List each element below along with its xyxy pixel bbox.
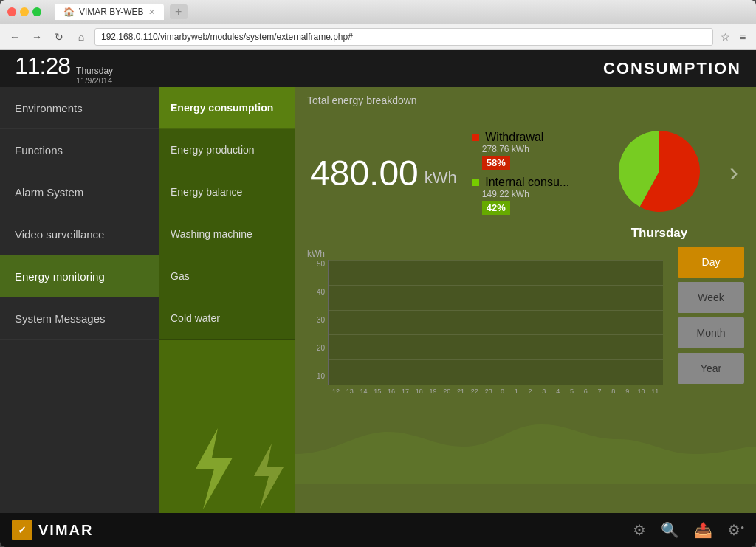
internal-percent-block: 42% [482, 199, 569, 215]
submenu-item-energy-consumption[interactable]: Energy consumption [159, 87, 295, 129]
x-labels: 12131415161718192021222301234567891011 [328, 385, 663, 395]
time-block: 11:28 Thursday 11/9/2014 [15, 52, 113, 85]
new-tab-button[interactable]: + [170, 4, 188, 19]
svg-marker-0 [196, 428, 233, 509]
submenu-label-cold-water: Cold water [171, 312, 220, 324]
submenu-label-production: Energy production [171, 144, 255, 156]
month-button[interactable]: Month [678, 317, 744, 348]
x-label-5: 17 [399, 388, 412, 395]
sidebar-label-environments: Environments [15, 102, 83, 114]
sidebar-label-alarm: Alarm System [15, 186, 83, 199]
sidebar-item-system-messages[interactable]: System Messages [0, 297, 159, 340]
chart-section: kWh Day Week Month Year 50 40 [295, 247, 756, 513]
logo-text: VIMAR [38, 522, 93, 539]
section-title: Total energy breakdown [295, 87, 756, 114]
y-label-10: 10 [317, 372, 325, 380]
menu-icon[interactable]: ≡ [735, 30, 750, 44]
y-label-30: 30 [317, 316, 325, 324]
bar-chart [328, 260, 663, 385]
footer-icons: ⚙ 🔍 📤 ⚙● [633, 521, 744, 539]
year-button[interactable]: Year [678, 353, 744, 384]
submenu: Energy consumption Energy production Ene… [159, 87, 295, 513]
close-dot[interactable] [7, 7, 16, 16]
tab-close-button[interactable]: ✕ [148, 7, 155, 17]
sidebar-item-functions[interactable]: Functions [0, 129, 159, 171]
submenu-item-energy-balance[interactable]: Energy balance [159, 171, 295, 213]
sidebar-item-alarm-system[interactable]: Alarm System [0, 171, 159, 213]
browser-tab[interactable]: 🏠 VIMAR BY-WEB ✕ [55, 4, 164, 20]
bookmark-icon[interactable]: ☆ [718, 30, 732, 44]
legend-internal: Internal consu... 149.22 kWh 42% [472, 176, 569, 215]
reload-button[interactable]: ↻ [50, 28, 68, 46]
x-label-19: 7 [593, 388, 606, 395]
pie-chart-area: Thursday [611, 123, 707, 222]
footer-search-icon[interactable]: 🔍 [661, 521, 679, 539]
x-label-16: 4 [551, 388, 565, 395]
submenu-item-energy-production[interactable]: Energy production [159, 129, 295, 171]
sidebar-item-video-surveillance[interactable]: Video surveillance [0, 213, 159, 255]
sidebar: Environments Functions Alarm System Vide… [0, 87, 159, 513]
address-bar[interactable]: 192.168.0.110/vimarbyweb/modules/system/… [94, 28, 713, 46]
x-label-14: 2 [523, 388, 537, 395]
submenu-label-balance: Energy balance [171, 186, 242, 198]
submenu-item-washing-machine[interactable]: Washing machine [159, 213, 295, 255]
x-label-0: 12 [329, 388, 343, 395]
app-header: 11:28 Thursday 11/9/2014 CONSUMPTION [0, 50, 756, 87]
url-text: 192.168.0.110/vimarbyweb/modules/system/… [101, 32, 353, 42]
x-label-18: 6 [579, 388, 592, 395]
week-button[interactable]: Week [678, 282, 744, 313]
footer-gear-icon[interactable]: ⚙● [727, 521, 744, 539]
sidebar-label-energy: Energy monitoring [15, 270, 105, 283]
total-kwh-value: 480.00 [310, 153, 419, 193]
forward-button[interactable]: → [28, 28, 46, 46]
x-label-2: 14 [357, 388, 371, 395]
x-label-1: 13 [343, 388, 357, 395]
y-label-50: 50 [317, 260, 325, 268]
vimar-logo-icon: ✓ [12, 520, 32, 540]
x-label-8: 20 [440, 388, 453, 395]
withdrawal-text: Withdrawal [485, 131, 543, 143]
x-label-7: 19 [427, 388, 440, 395]
submenu-item-gas[interactable]: Gas [159, 255, 295, 297]
y-label-40: 40 [317, 288, 325, 296]
lightning-decoration-2 [236, 439, 295, 513]
kwh-unit: kWh [425, 168, 457, 188]
x-label-10: 22 [468, 388, 481, 395]
sidebar-label-functions: Functions [15, 144, 63, 156]
internal-percent: 42% [482, 201, 510, 215]
browser-titlebar: 🏠 VIMAR BY-WEB ✕ + [0, 0, 756, 24]
withdrawal-percent: 58% [482, 156, 510, 170]
footer-export-icon[interactable]: 📤 [694, 521, 712, 539]
app-container: 11:28 Thursday 11/9/2014 CONSUMPTION Env… [0, 50, 756, 547]
x-label-13: 1 [509, 388, 523, 395]
time-period-buttons: Day Week Month Year [678, 247, 744, 384]
x-label-12: 0 [496, 388, 509, 395]
next-chevron[interactable]: › [729, 157, 738, 188]
main-content: Total energy breakdown 480.00 kWh Withdr… [295, 87, 756, 513]
y-label-20: 20 [317, 344, 325, 352]
x-label-23: 11 [648, 388, 662, 395]
x-label-17: 5 [566, 388, 579, 395]
footer-logo: ✓ VIMAR [12, 520, 93, 540]
back-button[interactable]: ← [6, 28, 24, 46]
minimize-dot[interactable] [20, 7, 29, 16]
maximize-dot[interactable] [32, 7, 41, 16]
energy-legend: Withdrawal 278.76 kWh 58% Internal consu… [472, 131, 569, 215]
submenu-label-consumption: Energy consumption [171, 102, 273, 114]
home-button[interactable]: ⌂ [72, 28, 90, 46]
submenu-decoration [159, 340, 295, 513]
day-button[interactable]: Day [678, 247, 744, 278]
app-body: Environments Functions Alarm System Vide… [0, 87, 756, 513]
x-label-3: 15 [371, 388, 384, 395]
browser-navbar: ← → ↻ ⌂ 192.168.0.110/vimarbyweb/modules… [0, 24, 756, 50]
sidebar-item-environments[interactable]: Environments [0, 87, 159, 129]
chart-day-label: Thursday [631, 226, 688, 241]
window-controls [7, 7, 41, 16]
submenu-item-cold-water[interactable]: Cold water [159, 297, 295, 340]
app-footer: ✓ VIMAR ⚙ 🔍 📤 ⚙● [0, 513, 756, 547]
x-label-4: 16 [385, 388, 398, 395]
tab-title: VIMAR BY-WEB [79, 7, 144, 17]
sidebar-item-energy-monitoring[interactable]: Energy monitoring [0, 255, 159, 297]
svg-marker-1 [254, 444, 284, 509]
footer-settings-icon[interactable]: ⚙ [633, 521, 646, 539]
